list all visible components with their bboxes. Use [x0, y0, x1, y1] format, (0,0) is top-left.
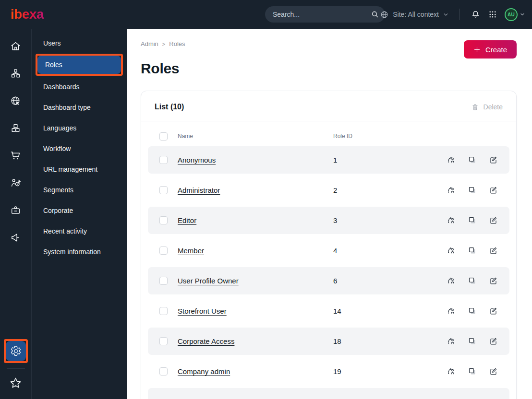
assign-user-icon	[447, 276, 456, 285]
sidebar-item-languages[interactable]: Languages	[32, 117, 127, 138]
app-switcher-button[interactable]	[488, 10, 497, 19]
assign-users-button[interactable]	[447, 246, 456, 255]
nav-personalization-button[interactable]	[5, 169, 26, 197]
assign-users-button[interactable]	[447, 306, 456, 316]
row-checkbox[interactable]	[159, 246, 168, 255]
row-checkbox[interactable]	[159, 367, 168, 376]
global-search[interactable]	[265, 6, 385, 23]
row-checkbox[interactable]	[159, 337, 168, 345]
edit-button[interactable]	[489, 337, 498, 346]
column-header-name: Name	[178, 133, 333, 140]
copy-button[interactable]	[468, 246, 477, 255]
row-checkbox[interactable]	[159, 186, 168, 194]
sidebar-item-roles[interactable]: Roles	[37, 56, 121, 74]
sidebar-item-workflow[interactable]: Workflow	[32, 138, 127, 159]
notifications-button[interactable]	[471, 10, 481, 20]
copy-button[interactable]	[468, 306, 477, 316]
assign-users-button[interactable]	[447, 276, 456, 285]
star-icon	[9, 376, 22, 389]
assign-user-icon	[447, 306, 456, 316]
role-name-link[interactable]: Corporate Access	[178, 337, 333, 345]
edit-button[interactable]	[489, 186, 498, 195]
edit-icon	[489, 246, 498, 255]
breadcrumb-roles[interactable]: Roles	[169, 40, 185, 47]
copy-button[interactable]	[468, 186, 477, 195]
avatar: AU	[505, 8, 518, 21]
trash-icon	[471, 103, 479, 111]
edit-button[interactable]	[489, 216, 498, 225]
table-row-clipped	[148, 388, 509, 399]
nav-bookmarks-button[interactable]	[5, 373, 26, 392]
role-id-value: 1	[333, 156, 448, 164]
sidebar-item-segments[interactable]: Segments	[32, 179, 127, 200]
assign-users-button[interactable]	[447, 155, 456, 164]
copy-button[interactable]	[468, 276, 477, 285]
nav-corporate-button[interactable]	[5, 197, 26, 224]
user-menu[interactable]: AU	[505, 8, 525, 21]
row-checkbox[interactable]	[159, 156, 168, 164]
copy-button[interactable]	[468, 216, 477, 225]
assign-users-button[interactable]	[447, 186, 456, 195]
role-id-value: 18	[333, 337, 448, 345]
create-button[interactable]: Create	[464, 40, 517, 59]
copy-icon	[468, 216, 477, 225]
sidebar-item-users[interactable]: Users	[32, 33, 127, 53]
ibexa-logo[interactable]: ibexa	[11, 8, 44, 21]
nav-admin-button[interactable]	[6, 341, 26, 361]
copy-button[interactable]	[468, 155, 477, 164]
nav-site-button[interactable]	[5, 87, 26, 115]
row-checkbox[interactable]	[159, 216, 168, 224]
role-name-link[interactable]: Anonymous	[178, 156, 333, 164]
edit-button[interactable]	[489, 367, 498, 376]
row-checkbox[interactable]	[159, 307, 168, 315]
edit-button[interactable]	[489, 306, 498, 316]
globe-cursor-icon	[10, 95, 22, 107]
role-name-link[interactable]: User Profile Owner	[178, 277, 333, 285]
copy-button[interactable]	[468, 337, 477, 346]
table-body: Anonymous 1 Administrator 2	[148, 146, 509, 399]
row-actions	[448, 337, 498, 346]
copy-button[interactable]	[468, 367, 477, 376]
nav-home-button[interactable]	[5, 33, 26, 60]
search-input[interactable]	[273, 11, 371, 18]
assign-user-icon	[447, 246, 456, 255]
nav-products-button[interactable]	[5, 115, 26, 142]
edit-button[interactable]	[489, 155, 498, 164]
sidebar-item-dashboard-type[interactable]: Dashboard type	[32, 97, 127, 117]
edit-button[interactable]	[489, 276, 498, 285]
assign-users-button[interactable]	[447, 337, 456, 346]
role-id-value: 6	[333, 277, 448, 285]
role-name-link[interactable]: Member	[178, 246, 333, 255]
megaphone-icon	[10, 232, 22, 244]
role-name-link[interactable]: Storefront User	[178, 307, 333, 315]
sidebar-item-recent-activity[interactable]: Recent activity	[32, 221, 127, 241]
sidebar-item-corporate[interactable]: Corporate	[32, 200, 127, 221]
assign-users-button[interactable]	[447, 216, 456, 225]
edit-button[interactable]	[489, 246, 498, 255]
copy-icon	[468, 246, 477, 255]
row-checkbox[interactable]	[159, 277, 168, 285]
sidebar-item-dashboards[interactable]: Dashboards	[32, 76, 127, 97]
nav-content-button[interactable]	[5, 60, 26, 87]
edit-icon	[489, 155, 498, 164]
list-card-header: List (10) Delete	[141, 91, 516, 121]
delete-button-label: Delete	[484, 103, 503, 111]
nav-marketing-button[interactable]	[5, 224, 26, 251]
annotation-highlight	[4, 339, 28, 363]
select-all-checkbox[interactable]	[159, 132, 168, 141]
assign-users-button[interactable]	[447, 367, 456, 376]
nav-commerce-button[interactable]	[5, 142, 26, 169]
role-id-value: 2	[333, 186, 448, 194]
role-name-link[interactable]: Editor	[178, 216, 333, 224]
sidebar-item-url-management[interactable]: URL management	[32, 159, 127, 179]
copy-icon	[468, 337, 477, 346]
sidebar-item-system-information[interactable]: System information	[32, 241, 127, 262]
delete-button[interactable]: Delete	[471, 103, 503, 111]
site-context-selector[interactable]: Site: All context	[380, 10, 449, 19]
breadcrumb-admin[interactable]: Admin	[141, 40, 158, 47]
role-name-link[interactable]: Company admin	[178, 367, 333, 376]
table-row: Storefront User 14	[148, 297, 509, 325]
admin-sidebar: Users Roles Dashboards Dashboard type La…	[32, 29, 127, 399]
annotation-highlight: Roles	[36, 54, 123, 76]
role-name-link[interactable]: Administrator	[178, 186, 333, 194]
